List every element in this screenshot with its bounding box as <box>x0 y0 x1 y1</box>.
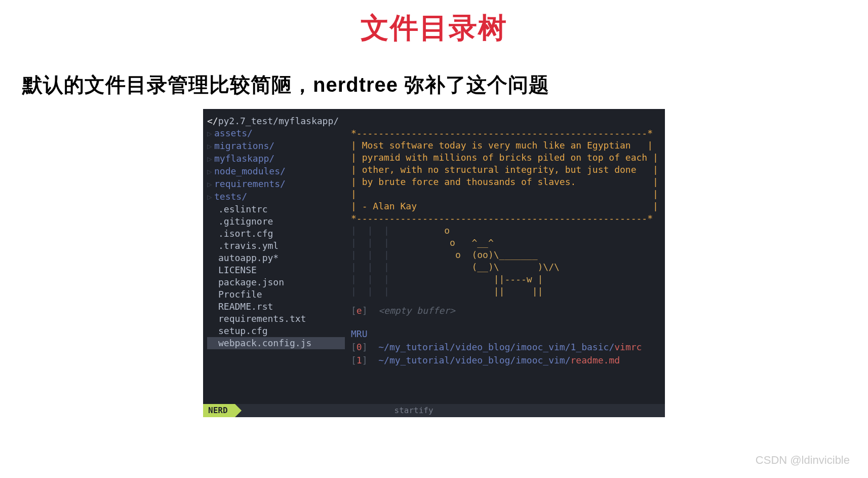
startify-empty-buffer[interactable]: [e] <empty buffer> <box>351 305 661 317</box>
chevron-right-icon: ▷ <box>207 166 214 178</box>
nerdtree-file[interactable]: .isort.cfg <box>207 228 345 240</box>
nerdtree-dir[interactable]: ▷node_modules/ <box>207 165 345 178</box>
page-subtitle: 默认的文件目录管理比较简陋，nerdtree 弥补了这个问题 <box>22 71 868 99</box>
nerdtree-file[interactable]: README.rst <box>207 301 345 313</box>
status-buffer-name: startify <box>389 404 665 417</box>
page-title: 文件目录树 <box>0 9 868 48</box>
nerdtree-file[interactable]: .travis.yml <box>207 240 345 252</box>
dir-name: migrations/ <box>214 140 274 152</box>
dir-name: requirements/ <box>214 178 286 190</box>
quote-block: *---------------------------------------… <box>351 115 661 225</box>
nerdtree-root[interactable]: </py2.7_test/myflaskapp/ <box>207 115 345 127</box>
nerdtree-dir[interactable]: ▷migrations/ <box>207 140 345 153</box>
chevron-right-icon: ▷ <box>207 153 214 165</box>
mru-entry[interactable]: [1] ~/my_tutorial/video_blog/imooc_vim/r… <box>351 354 661 366</box>
vim-editor: </py2.7_test/myflaskapp/ ▷assets/▷migrat… <box>203 109 665 417</box>
nerdtree-file[interactable]: setup.cfg <box>207 325 345 337</box>
root-path: py2.7_test/myflaskapp/ <box>218 116 339 126</box>
chevron-right-icon: ▷ <box>207 140 214 153</box>
dir-name: myflaskapp/ <box>214 153 274 165</box>
nerdtree-file[interactable]: webpack.config.js <box>207 337 345 349</box>
nerdtree-file[interactable]: .gitignore <box>207 215 345 228</box>
chevron-right-icon: ▷ <box>207 191 214 203</box>
nerdtree-file[interactable]: .eslintrc <box>207 203 345 215</box>
dir-name: assets/ <box>214 127 253 139</box>
nerdtree-panel[interactable]: </py2.7_test/myflaskapp/ ▷assets/▷migrat… <box>203 109 345 404</box>
main-buffer[interactable]: *---------------------------------------… <box>345 109 665 404</box>
statusbar: NERD startify <box>203 404 665 417</box>
mru-heading: MRU <box>351 328 661 340</box>
nerdtree-dir[interactable]: ▷myflaskapp/ <box>207 153 345 165</box>
dir-name: node_modules/ <box>214 165 286 177</box>
nerdtree-file[interactable]: autoapp.py* <box>207 252 345 264</box>
cowsay-art: | | | o | | | o ^__^ | | | o (oo)\______… <box>351 225 661 298</box>
nerdtree-file[interactable]: package.json <box>207 276 345 288</box>
nerdtree-dir[interactable]: ▷requirements/ <box>207 178 345 191</box>
dir-name: tests/ <box>214 191 247 203</box>
nerdtree-dir[interactable]: ▷assets/ <box>207 127 345 140</box>
root-prefix: </ <box>207 116 218 126</box>
nerdtree-file[interactable]: Procfile <box>207 288 345 301</box>
nerdtree-file[interactable]: LICENSE <box>207 264 345 276</box>
chevron-right-icon: ▷ <box>207 128 214 140</box>
nerdtree-dir[interactable]: ▷tests/ <box>207 191 345 203</box>
watermark: CSDN @ldinvicible <box>756 454 850 467</box>
status-mode-nerd: NERD <box>203 404 235 417</box>
mru-entry[interactable]: [0] ~/my_tutorial/video_blog/imooc_vim/1… <box>351 341 661 353</box>
nerdtree-file[interactable]: requirements.txt <box>207 313 345 325</box>
chevron-right-icon: ▷ <box>207 178 214 191</box>
